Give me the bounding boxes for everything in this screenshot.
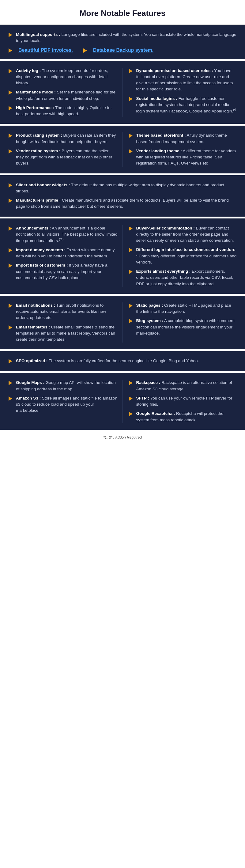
list-item: Buyer-Seller communication : Buyer can c… — [128, 225, 238, 244]
col-right: Buyer-Seller communication : Buyer can c… — [123, 225, 238, 287]
list-item: Exports almost everything : Export custo… — [128, 269, 238, 287]
feature-desc: The system is carefully crafted for the … — [48, 359, 199, 363]
list-item: Vendor landing theme : A different theme… — [128, 148, 238, 167]
arrow-icon — [128, 396, 134, 402]
arrow-icon — [7, 358, 13, 364]
section-6: Email notifications : Turn on/off notifi… — [0, 296, 245, 351]
arrow-icon — [82, 48, 88, 54]
feature-label: Social media logins : — [136, 96, 177, 101]
feature-label: Maintenance mode : — [16, 90, 56, 94]
section-4: Slider and banner widgets : The default … — [0, 175, 245, 218]
feature-text: Amazon S3 : Store all images and static … — [16, 395, 118, 414]
list-item: Social media logins : For haggle free cu… — [128, 96, 238, 114]
arrow-icon — [128, 133, 134, 139]
feature-text: Vendor rating system : Buyers can rate t… — [16, 148, 118, 167]
list-item: Email templates : Create email templates… — [7, 324, 118, 343]
arrow-icon — [128, 148, 134, 154]
arrow-icon — [128, 96, 134, 102]
arrow-icon — [128, 225, 134, 231]
list-item: Activity log : The system keep records f… — [7, 68, 118, 86]
col-left: Activity log : The system keep records f… — [7, 68, 123, 117]
arrow-icon — [128, 68, 134, 74]
col-left: Email notifications : Turn on/off notifi… — [7, 302, 123, 343]
list-item: Import dummy contents : To start with so… — [7, 247, 118, 259]
list-item: SFTP : You can use your own remote FTP s… — [128, 395, 238, 408]
list-item: Vendor rating system : Buyers can rate t… — [7, 148, 118, 167]
list-item: High Performance : The code is highly Op… — [7, 105, 118, 117]
feature-label: Theme based storefront : — [136, 133, 186, 137]
feature-label: Multilingual supports : — [16, 32, 60, 37]
list-item: Blog system : A complete blog system wit… — [128, 318, 238, 336]
list-item: Google Recaptcha : Recaptcha will protec… — [128, 410, 238, 423]
arrow-icon — [7, 105, 13, 111]
feature-text: Slider and banner widgets : The default … — [16, 182, 238, 194]
feature-label: Blog system : — [136, 318, 163, 323]
feature-text: Announcements : An announcement is a glo… — [16, 225, 118, 244]
feature-label: Announcements : — [16, 226, 51, 230]
feature-text: Theme based storefront : A fully dynamic… — [136, 132, 238, 145]
col-left: Google Maps : Google map API will show t… — [7, 380, 123, 423]
feature-text: Google Recaptcha : Recaptcha will protec… — [136, 410, 238, 423]
list-item: Import lists of customers : If you alrea… — [7, 262, 118, 281]
page-header: More Notable Features — [0, 0, 245, 25]
feature-label: Rackspace : — [136, 380, 160, 385]
arrow-icon — [7, 148, 13, 154]
arrow-icon — [7, 48, 13, 54]
feature-label: Import dummy contents : — [16, 248, 65, 252]
feature-label: Google Recaptcha : — [136, 411, 175, 416]
feature-text: Multilingual supports : Language files a… — [16, 32, 238, 44]
feature-label: Vendor landing theme : — [136, 149, 182, 153]
feature-text: Static pages : Create static HTML pages … — [136, 302, 238, 315]
col-left: Announcements : An announcement is a glo… — [7, 225, 123, 287]
section-top: Multilingual supports : Language files a… — [0, 25, 245, 61]
feature-label: Vendor rating system : — [16, 149, 61, 153]
arrow-icon — [7, 303, 13, 309]
arrow-icon — [7, 225, 13, 231]
feature-label: Database Backup system. — [93, 48, 153, 53]
feature-text: Blog system : A complete blog system wit… — [136, 318, 238, 336]
feature-text: Dynamic permission based user roles : Yo… — [136, 68, 238, 93]
list-item: Database Backup system. — [82, 47, 153, 54]
feature-text: Social media logins : For haggle free cu… — [136, 96, 238, 114]
feature-label: Activity log : — [16, 68, 41, 73]
arrow-icon — [128, 411, 134, 417]
footer-note: *1, 2* : Addon Required — [0, 432, 245, 443]
feature-label: Static pages : — [136, 303, 163, 308]
list-item: Beautiful PDF invoices. — [7, 47, 73, 54]
list-item: Maintenance mode : Set the maintenance f… — [7, 89, 118, 102]
list-item: Rackspace : Rackspace is an alternative … — [128, 380, 238, 392]
list-item: Email notifications : Turn on/off notifi… — [7, 302, 118, 321]
feature-text: Different login interface to customers a… — [136, 247, 238, 265]
feature-text: High Performance : The code is highly Op… — [16, 105, 118, 117]
feature-label: Import lists of customers : — [16, 263, 68, 268]
feature-text: Rackspace : Rackspace is an alternative … — [136, 380, 238, 392]
two-col-layout: Product rating system : Buyers can rate … — [7, 132, 238, 166]
arrow-icon — [128, 269, 134, 275]
col-right: Theme based storefront : A fully dynamic… — [123, 132, 238, 166]
arrow-icon — [7, 396, 13, 402]
feature-label: SEO optimized : — [16, 359, 48, 363]
arrow-icon — [128, 318, 134, 324]
list-item: Different login interface to customers a… — [128, 247, 238, 265]
feature-desc: You can use your own remote FTP server f… — [136, 396, 233, 407]
page-wrapper: More Notable Features Multilingual suppo… — [0, 0, 245, 443]
arrow-icon — [7, 32, 13, 38]
arrow-icon — [7, 380, 13, 386]
list-item: SEO optimized : The system is carefully … — [7, 358, 238, 364]
two-col-layout: Email notifications : Turn on/off notifi… — [7, 302, 238, 343]
feature-text: Manufacturers profile : Create manufactu… — [16, 197, 238, 210]
feature-text: Google Maps : Google map API will show t… — [16, 380, 118, 392]
list-item: Dynamic permission based user roles : Yo… — [128, 68, 238, 93]
list-item: Static pages : Create static HTML pages … — [128, 302, 238, 315]
list-item: Google Maps : Google map API will show t… — [7, 380, 118, 392]
feature-text: Import lists of customers : If you alrea… — [16, 262, 118, 281]
col-left: Product rating system : Buyers can rate … — [7, 132, 123, 166]
list-item: Multilingual supports : Language files a… — [7, 32, 238, 44]
list-item: Announcements : An announcement is a glo… — [7, 225, 118, 244]
section-7: SEO optimized : The system is carefully … — [0, 351, 245, 373]
feature-text: Email notifications : Turn on/off notifi… — [16, 302, 118, 321]
feature-label: Beautiful PDF invoices. — [19, 48, 73, 53]
two-col-layout: Activity log : The system keep records f… — [7, 68, 238, 117]
footnote: (*) — [233, 108, 236, 111]
feature-text: SFTP : You can use your own remote FTP s… — [136, 395, 238, 408]
